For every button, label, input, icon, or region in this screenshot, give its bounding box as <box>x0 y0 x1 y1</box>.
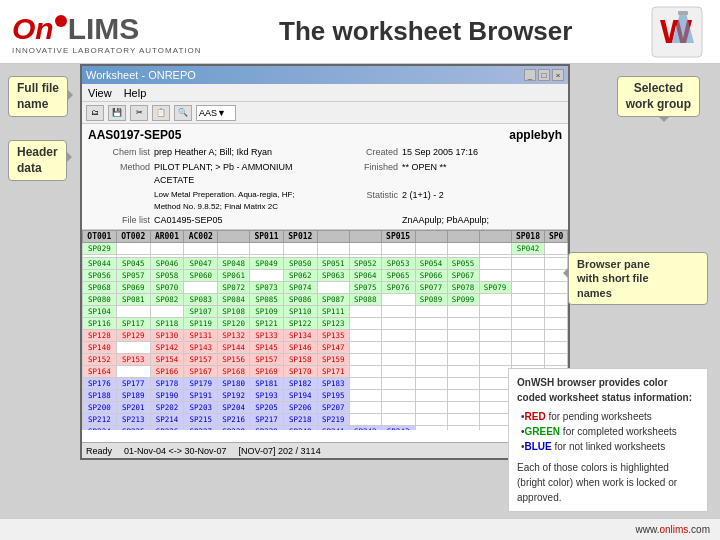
grid-cell: SP078 <box>447 282 479 294</box>
grid-cell: SP241 <box>317 426 349 431</box>
grid-cell: SP048 <box>218 258 250 270</box>
toolbar-btn-2[interactable]: 💾 <box>108 105 126 121</box>
logo-on: On <box>12 14 54 44</box>
grid-col-header <box>479 231 511 243</box>
grid-cell: SP089 <box>415 294 447 306</box>
grid-cell: SP086 <box>283 294 317 306</box>
info-blue: •BLUE for not linked worksheets <box>521 439 699 454</box>
grid-cell: SP047 <box>184 258 218 270</box>
ws-grid[interactable]: OT001OT002AR001AC002SP011SP012SP015SP018… <box>82 230 568 430</box>
grid-cell <box>447 414 479 426</box>
ws-close-button[interactable]: × <box>552 69 564 81</box>
grid-cell: SP068 <box>83 282 117 294</box>
grid-cell: SP180 <box>218 378 250 390</box>
grid-cell: SP111 <box>317 306 349 318</box>
grid-cell: SP203 <box>184 402 218 414</box>
last-list-val: ZnAApulp; PbAApulp; <box>402 214 562 228</box>
grid-cell <box>218 243 250 255</box>
grid-cell: SP192 <box>218 390 250 402</box>
toolbar-btn-5[interactable]: 🔍 <box>174 105 192 121</box>
grid-cell <box>381 366 415 378</box>
toolbar-btn-4[interactable]: 📋 <box>152 105 170 121</box>
grid-cell: SP202 <box>150 402 184 414</box>
table-row: SP104SP107SP108SP109SP110SP111 <box>83 306 568 318</box>
grid-cell: SP212 <box>83 414 117 426</box>
grid-cell: SP169 <box>250 366 284 378</box>
grid-cell <box>479 378 511 390</box>
grid-cell: SP156 <box>218 354 250 366</box>
grid-cell: SP116 <box>83 318 117 330</box>
grid-cell <box>479 318 511 330</box>
grid-cell <box>415 390 447 402</box>
grid-cell: SP242 <box>349 426 381 431</box>
grid-cell: SP080 <box>83 294 117 306</box>
grid-cell <box>479 330 511 342</box>
grid-cell: SP207 <box>317 402 349 414</box>
grid-cell <box>415 426 447 431</box>
grid-cell: SP225 <box>116 426 150 431</box>
ws-minimize-button[interactable]: _ <box>524 69 536 81</box>
grid-cell <box>184 243 218 255</box>
grid-cell <box>479 426 511 431</box>
grid-cell: SP054 <box>415 258 447 270</box>
grid-cell <box>415 330 447 342</box>
grid-cell <box>447 354 479 366</box>
grid-cell: SP130 <box>150 330 184 342</box>
grid-col-header <box>349 231 381 243</box>
grid-cell: SP133 <box>250 330 284 342</box>
toolbar-dropdown[interactable]: AAS▼ <box>196 105 236 121</box>
grid-col-header <box>218 231 250 243</box>
grid-cell: SP110 <box>283 306 317 318</box>
grid-cell: SP069 <box>116 282 150 294</box>
grid-cell: SP216 <box>218 414 250 426</box>
ws-maximize-button[interactable]: □ <box>538 69 550 81</box>
grid-cell <box>415 366 447 378</box>
grid-cell <box>349 366 381 378</box>
grid-cell: SP064 <box>349 270 381 282</box>
grid-cell <box>447 342 479 354</box>
grid-cell <box>511 342 545 354</box>
grid-header-row: OT001OT002AR001AC002SP011SP012SP015SP018… <box>83 231 568 243</box>
grid-cell: SP166 <box>150 366 184 378</box>
grid-cell: SP044 <box>83 258 117 270</box>
grid-cell: SP121 <box>250 318 284 330</box>
grid-cell <box>479 270 511 282</box>
grid-cell: SP218 <box>283 414 317 426</box>
toolbar-btn-3[interactable]: ✂ <box>130 105 148 121</box>
grid-cell: SP118 <box>150 318 184 330</box>
grid-col-header: OT001 <box>83 231 117 243</box>
callout-fullfile: Full file name <box>8 76 68 117</box>
footer-url: www.onlims.com <box>636 524 710 535</box>
grid-cell: SP176 <box>83 378 117 390</box>
grid-cell: SP081 <box>116 294 150 306</box>
grid-cell: SP181 <box>250 378 284 390</box>
grid-cell: SP204 <box>218 402 250 414</box>
table-row: SP224SP225SP226SP227SP228SP229SP240SP241… <box>83 426 568 431</box>
ws-titlebar-buttons: _ □ × <box>524 69 564 81</box>
menu-help[interactable]: Help <box>124 87 147 99</box>
ws-user: applebyh <box>509 126 562 144</box>
grid-cell: SP226 <box>150 426 184 431</box>
method-val: PILOT PLANT; > Pb - AMMONIUM ACETATE <box>154 161 314 188</box>
grid-cell: SP190 <box>150 390 184 402</box>
toolbar-btn-1[interactable]: 🗂 <box>86 105 104 121</box>
grid-col-header: SP011 <box>250 231 284 243</box>
grid-cell <box>447 306 479 318</box>
grid-cell <box>511 258 545 270</box>
grid-cell: SP084 <box>218 294 250 306</box>
file-list-label: File list <box>88 214 150 228</box>
grid-cell: SP240 <box>283 426 317 431</box>
grid-cell <box>545 342 568 354</box>
grid-cell <box>545 294 568 306</box>
menu-view[interactable]: View <box>88 87 112 99</box>
grid-cell <box>479 390 511 402</box>
grid-cell: SP107 <box>184 306 218 318</box>
grid-cell <box>447 243 479 255</box>
grid-cell <box>545 282 568 294</box>
grid-cell <box>349 378 381 390</box>
table-row: SP152SP153SP154SP157SP156SP157SP158SP159 <box>83 354 568 366</box>
grid-cell <box>447 318 479 330</box>
grid-cell <box>511 294 545 306</box>
callout-workgroup: Selectedwork group <box>617 76 700 117</box>
grid-cell <box>381 390 415 402</box>
